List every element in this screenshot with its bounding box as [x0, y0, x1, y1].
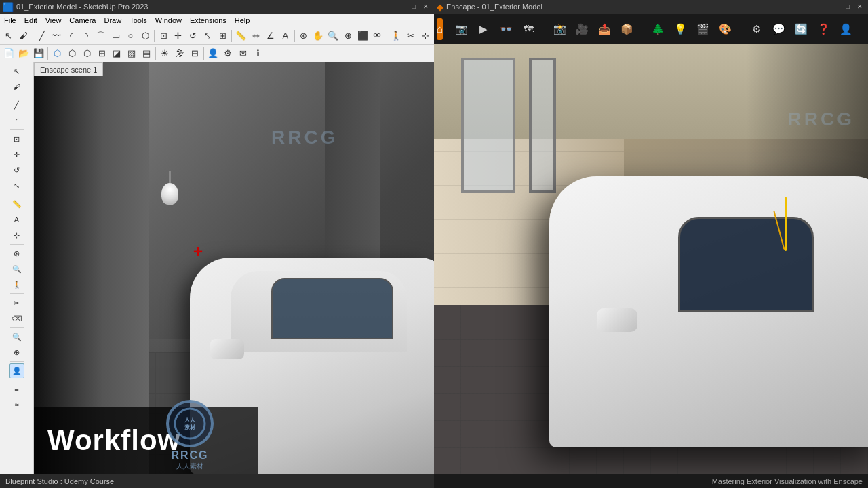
right-restore-button[interactable]: □	[842, 1, 853, 12]
fog-btn[interactable]: 🌫	[172, 46, 187, 61]
line-tool[interactable]: ╱	[35, 28, 50, 43]
restore-button[interactable]: □	[408, 1, 419, 12]
walk-tool-side[interactable]: 🚶	[9, 277, 24, 292]
view7-btn[interactable]: ▤	[139, 46, 154, 61]
enscape-export4-btn[interactable]: 📦	[616, 18, 637, 40]
arc2-tool[interactable]: ◝	[79, 28, 94, 43]
push-tool[interactable]: ⊡	[156, 28, 171, 43]
enscape-anim-btn[interactable]: 🎬	[692, 18, 713, 40]
pushpull-tool[interactable]: ⊡	[9, 131, 24, 146]
tape-measure-side[interactable]: 📏	[9, 197, 24, 211]
minimize-button[interactable]: —	[396, 1, 407, 12]
paint-bucket-tool[interactable]: 🖌	[9, 79, 24, 94]
rect-tool[interactable]: ▭	[108, 28, 123, 43]
section-tool-side[interactable]: ✂	[9, 296, 24, 310]
rotate-tool[interactable]: ↺	[186, 28, 201, 43]
enscape-mats-btn[interactable]: 🎨	[714, 18, 736, 40]
enscape-video-btn[interactable]: ▶	[473, 18, 494, 40]
select-tool[interactable]: ↖	[1, 28, 16, 43]
scale-tool[interactable]: ⤡	[201, 28, 216, 43]
search2-tool-side[interactable]: ⊕	[9, 345, 24, 360]
rotate-tool-side[interactable]: ↺	[9, 163, 24, 178]
orbit-tool[interactable]: ⊛	[296, 28, 311, 43]
open-btn[interactable]: 📂	[16, 46, 31, 61]
move-tool[interactable]: ✛	[171, 28, 186, 43]
zoomwin-tool[interactable]: ⬛	[355, 28, 370, 43]
zoom-tool[interactable]: 🔍	[326, 28, 340, 43]
zoomfit-tool[interactable]: ⊕	[340, 28, 355, 43]
enscape-help-btn[interactable]: ❓	[812, 18, 834, 40]
view6-btn[interactable]: ▨	[124, 46, 139, 61]
menu-draw[interactable]: Draw	[100, 14, 125, 27]
enscape-asset-btn[interactable]: 🌲	[647, 18, 669, 40]
pan-tool[interactable]: ✋	[311, 28, 326, 43]
menu-window[interactable]: Window	[151, 14, 186, 27]
menu-file[interactable]: File	[0, 14, 20, 27]
enscape-camera-btn[interactable]: 📷	[450, 18, 472, 40]
enscape-light-btn[interactable]: 💡	[669, 18, 691, 40]
freehand-tool[interactable]: 〰	[49, 28, 64, 43]
select-arrow-tool[interactable]: ↖	[9, 64, 24, 79]
enscape-update-btn[interactable]: 🔄	[790, 18, 812, 40]
scene-tab[interactable]: Enscape scene 1	[34, 62, 103, 76]
enscape-map-btn[interactable]: 🗺	[517, 18, 539, 40]
view2-btn[interactable]: ⬡	[64, 46, 79, 61]
eraser-tool-side[interactable]: ⌫	[9, 311, 24, 326]
dim-tool[interactable]: ⇿	[248, 28, 263, 43]
line-tool-side[interactable]: ╱	[9, 98, 24, 113]
shadow-btn[interactable]: ☀	[157, 46, 172, 61]
text-tool[interactable]: A	[278, 28, 293, 43]
preview-tool[interactable]: 👁	[370, 28, 385, 43]
walk-tool[interactable]: 🚶	[389, 28, 403, 43]
layers2-tool-side[interactable]: ≈	[9, 397, 24, 412]
search-tool-side[interactable]: 🔍	[9, 329, 24, 344]
offset-tool[interactable]: ⊞	[216, 28, 231, 43]
enscape-right1-btn[interactable]: 🔍	[863, 18, 868, 40]
paint-tool[interactable]: 🖌	[16, 28, 31, 43]
layers1-tool-side[interactable]: ≡	[9, 382, 24, 396]
axes-tool[interactable]: ⊹	[418, 28, 433, 43]
section-planes-btn[interactable]: ⊟	[187, 46, 202, 61]
menu-camera[interactable]: Camera	[65, 14, 100, 27]
email-btn[interactable]: ✉	[235, 46, 250, 61]
enscape-home-btn[interactable]: ⌂	[437, 18, 443, 40]
save-btn[interactable]: 💾	[31, 46, 46, 61]
menu-help[interactable]: Help	[231, 14, 254, 27]
arc-tool-side[interactable]: ◜	[9, 113, 24, 128]
enscape-vsettings-btn[interactable]: ⚙	[745, 18, 767, 40]
viewport-enscape[interactable]: RRCG	[434, 44, 868, 474]
enscape-export3-btn[interactable]: 📤	[593, 18, 615, 40]
tape-tool[interactable]: 📏	[233, 28, 248, 43]
axes-tool-side[interactable]: ⊹	[9, 228, 24, 243]
arc-tool[interactable]: ◜	[64, 28, 79, 43]
enscape-feedback-btn[interactable]: 💬	[768, 18, 789, 40]
right-minimize-button[interactable]: —	[830, 1, 841, 12]
info-btn[interactable]: ℹ	[250, 46, 265, 61]
polygon-tool[interactable]: ⬡	[138, 28, 153, 43]
close-button[interactable]: ✕	[420, 1, 431, 12]
person-tool-side[interactable]: 👤	[9, 363, 24, 378]
move-tool-side[interactable]: ✛	[9, 147, 24, 162]
view5-btn[interactable]: ◪	[109, 46, 124, 61]
right-close-button[interactable]: ✕	[854, 1, 865, 12]
text-tool-side[interactable]: A	[9, 212, 24, 227]
enscape-vr-btn[interactable]: 👓	[495, 18, 517, 40]
enscape-account-btn[interactable]: 👤	[835, 18, 856, 40]
settings-btn[interactable]: ⚙	[220, 46, 235, 61]
menu-tools[interactable]: Tools	[125, 14, 151, 27]
view1-btn[interactable]: ⬡	[50, 46, 64, 61]
section-tool[interactable]: ✂	[403, 28, 418, 43]
person-btn[interactable]: 👤	[205, 46, 220, 61]
view3-btn[interactable]: ⬡	[79, 46, 94, 61]
arc3-tool[interactable]: ⌒	[94, 28, 108, 43]
enscape-export2-btn[interactable]: 🎥	[571, 18, 593, 40]
orbit-tool-side[interactable]: ⊛	[9, 246, 24, 261]
new-btn[interactable]: 📄	[1, 46, 16, 61]
enscape-export1-btn[interactable]: 📸	[549, 18, 570, 40]
circle-tool[interactable]: ○	[123, 28, 138, 43]
zoom-tool-side[interactable]: 🔍	[9, 262, 24, 277]
menu-view[interactable]: View	[41, 14, 66, 27]
menu-edit[interactable]: Edit	[20, 14, 41, 27]
angle-tool[interactable]: ∠	[263, 28, 278, 43]
menu-extensions[interactable]: Extensions	[186, 14, 231, 27]
